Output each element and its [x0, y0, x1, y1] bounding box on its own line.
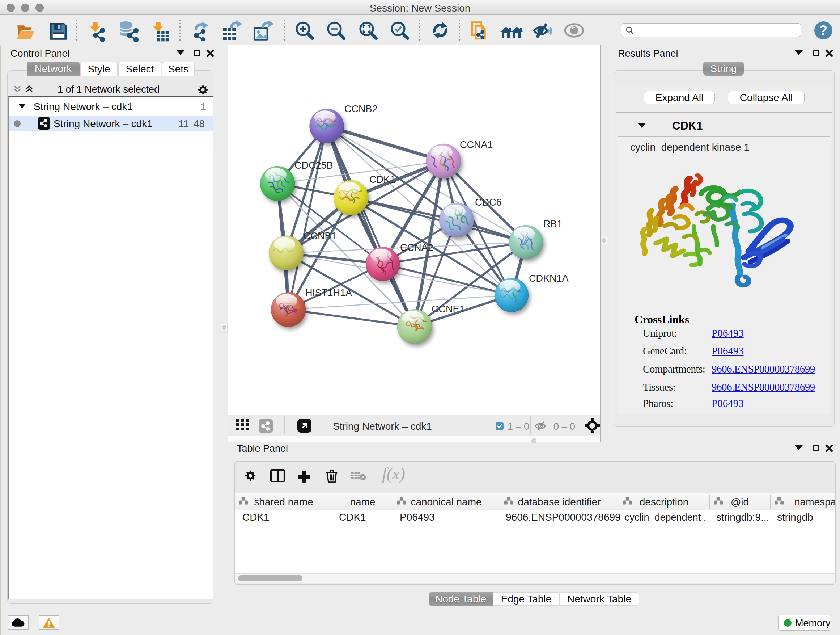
svg-text:CDC6: CDC6	[475, 197, 502, 208]
svg-text:CCNA2: CCNA2	[400, 242, 433, 253]
svg-text:CCNB2: CCNB2	[344, 103, 378, 114]
svg-text:CDC25B: CDC25B	[294, 160, 333, 171]
svg-text:CCNB1: CCNB1	[303, 231, 337, 241]
svg-text:CCNA1: CCNA1	[460, 139, 493, 150]
svg-text:RB1: RB1	[543, 219, 562, 230]
svg-text:CDK1: CDK1	[369, 174, 395, 185]
svg-text:CDKN1A: CDKN1A	[529, 273, 569, 284]
svg-text:CCNE1: CCNE1	[431, 304, 465, 315]
svg-text:HIST1H1A: HIST1H1A	[305, 287, 352, 298]
